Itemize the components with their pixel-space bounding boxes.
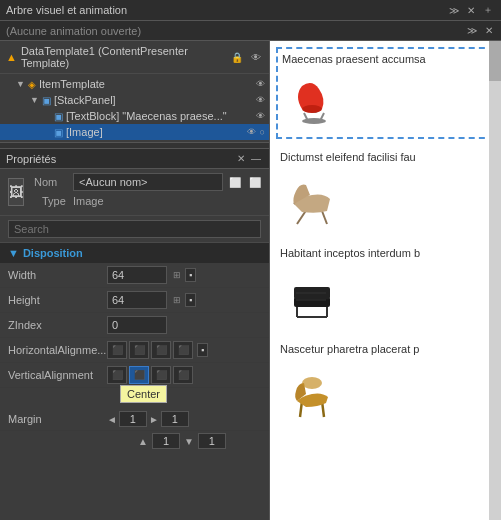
element-icon-3: ▣ [54, 127, 63, 138]
name-input[interactable] [73, 173, 223, 191]
width-input[interactable] [107, 266, 167, 284]
props-pin-icon[interactable]: ✕ [235, 152, 247, 165]
panel-title-bar: Arbre visuel et animation ≫ ✕ ＋ [0, 0, 501, 21]
margin-label: Margin [8, 413, 103, 425]
center-tooltip: Center [120, 385, 167, 403]
lock-3[interactable]: ○ [260, 127, 265, 137]
zindex-input[interactable] [107, 316, 167, 334]
props-title: Propriétés [6, 153, 56, 165]
panel-controls: ≫ ✕ ＋ [447, 2, 495, 18]
height-expand[interactable]: ⊞ [173, 295, 181, 305]
arrow-1: ▼ [30, 95, 39, 105]
halign-small-btn[interactable]: ▪ [197, 343, 208, 357]
tree-item-stackpanel[interactable]: ▼ ▣ [StackPanel] 👁 [0, 92, 269, 108]
preview-img-1 [280, 167, 344, 231]
tree-item-image[interactable]: ▶ ▣ [Image] 👁 ○ [0, 124, 269, 140]
properties-panel: Propriétés ✕ — 🖼 Nom ⬜ ⬜ [0, 149, 269, 520]
width-expand[interactable]: ⊞ [173, 270, 181, 280]
halign-buttons: ⬛ ⬛ ⬛ ⬛ [107, 341, 193, 359]
halign-btn-stretch[interactable]: ⬛ [173, 341, 193, 359]
margin-arrow-down: ▼ [184, 436, 194, 447]
props-collapse-icon[interactable]: — [249, 152, 263, 165]
valign-btn-top[interactable]: ⬛ [107, 366, 127, 384]
template-header-label: DataTemplate1 (ContentPresenter Template… [21, 45, 225, 69]
search-bar [0, 216, 269, 243]
margin-left-input[interactable] [119, 411, 147, 427]
margin-arrow-left: ◄ [107, 414, 117, 425]
props-header: Propriétés ✕ — [0, 149, 269, 169]
animation-bar: (Aucune animation ouverte) ≫ ✕ [0, 21, 501, 41]
anim-close-icon[interactable]: ✕ [483, 24, 495, 37]
halign-btn-center[interactable]: ⬛ [129, 341, 149, 359]
anim-collapse-icon[interactable]: ≫ [465, 24, 479, 37]
tree-panel: ▲ DataTemplate1 (ContentPresenter Templa… [0, 41, 269, 149]
prop-valign: VerticalAlignment ⬛ ⬛ Center ⬛ ⬛ [0, 363, 269, 388]
lock-icon[interactable]: 🔒 [229, 51, 245, 64]
prop-width: Width ⊞ ▪ [0, 263, 269, 288]
eye-2[interactable]: 👁 [256, 111, 265, 121]
halign-label: HorizontalAlignme... [8, 344, 103, 356]
search-input[interactable] [8, 220, 261, 238]
type-value: Image [73, 195, 104, 207]
width-label: Width [8, 269, 103, 281]
valign-btn-bottom[interactable]: ⬛ [151, 366, 171, 384]
preview-item-0[interactable]: Maecenas praesent accumsa [276, 47, 495, 139]
height-input[interactable] [107, 291, 167, 309]
resize-handle[interactable] [0, 142, 269, 148]
zindex-label: ZIndex [8, 319, 103, 331]
preview-item-3[interactable]: Nascetur pharetra placerat p [276, 339, 495, 427]
props-name-row: 🖼 Nom ⬜ ⬜ Type Image [0, 169, 269, 216]
height-small-btn[interactable]: ▪ [185, 293, 196, 307]
preview-item-2[interactable]: Habitant inceptos interdum b [276, 243, 495, 331]
props-extra-icon1[interactable]: ⬜ [227, 176, 243, 189]
tree-item-itemtemplate[interactable]: ▼ ◈ ItemTemplate 👁 [0, 76, 269, 92]
section-disposition[interactable]: ▼ Disposition [0, 243, 269, 263]
eye-icon[interactable]: 👁 [249, 51, 263, 64]
section-label: Disposition [23, 247, 83, 259]
valign-btn-center[interactable]: ⬛ Center [129, 366, 149, 384]
svg-point-0 [302, 118, 326, 124]
preview-text-3: Nascetur pharetra placerat p [280, 343, 419, 355]
collapse-icon[interactable]: ≫ [447, 4, 461, 17]
element-icon-1: ▣ [42, 95, 51, 106]
scrollbar-thumb[interactable] [489, 41, 501, 81]
main-container: ▲ DataTemplate1 (ContentPresenter Templa… [0, 41, 501, 520]
animation-placeholder: (Aucune animation ouverte) [6, 25, 141, 37]
svg-line-6 [322, 211, 327, 224]
panel-title: Arbre visuel et animation [6, 4, 127, 16]
halign-btn-right[interactable]: ⬛ [151, 341, 171, 359]
swan-chair-svg [284, 71, 344, 131]
left-panel: ▲ DataTemplate1 (ContentPresenter Templa… [0, 41, 270, 520]
wood-chair-svg [282, 361, 342, 421]
add-icon[interactable]: ＋ [481, 2, 495, 18]
eye-1[interactable]: 👁 [256, 95, 265, 105]
margin-right-input[interactable] [161, 411, 189, 427]
margin-inputs-row: ◄ ► [107, 411, 189, 427]
preview-img-2 [280, 263, 344, 327]
margin-top-input[interactable] [152, 433, 180, 449]
preview-img-3 [280, 359, 344, 423]
name-label: Nom [34, 176, 69, 188]
tree-item-label-2: [TextBlock] "Maecenas praese..." [66, 110, 227, 122]
eye-0[interactable]: 👁 [256, 79, 265, 89]
margin-bottom-input[interactable] [198, 433, 226, 449]
right-panel: Maecenas praesent accumsa Dictumst eleif… [270, 41, 501, 520]
image-icon: 🖼 [9, 184, 23, 200]
template-vis-icons: 🔒 👁 [229, 51, 263, 64]
tree-item-label-1: [StackPanel] [54, 94, 116, 106]
preview-text-0: Maecenas praesent accumsa [282, 53, 426, 65]
tree-item-textblock[interactable]: ▶ ▣ [TextBlock] "Maecenas praese..." 👁 [0, 108, 269, 124]
preview-img-0 [282, 69, 346, 133]
eye-3[interactable]: 👁 [247, 127, 256, 137]
template-icon-0: ◈ [28, 79, 36, 90]
width-small-btn[interactable]: ▪ [185, 268, 196, 282]
valign-btn-stretch[interactable]: ⬛ [173, 366, 193, 384]
halign-btn-left[interactable]: ⬛ [107, 341, 127, 359]
scrollbar-track[interactable] [489, 41, 501, 520]
preview-item-1[interactable]: Dictumst eleifend facilisi fau [276, 147, 495, 235]
props-extra-icon2[interactable]: ⬜ [247, 176, 263, 189]
tree-items: ▼ ◈ ItemTemplate 👁 ▼ ▣ [StackPanel] 👁 [0, 74, 269, 142]
template-icon: ▲ [6, 51, 17, 63]
close-icon[interactable]: ✕ [465, 4, 477, 17]
margin-arrow-up: ▲ [138, 436, 148, 447]
